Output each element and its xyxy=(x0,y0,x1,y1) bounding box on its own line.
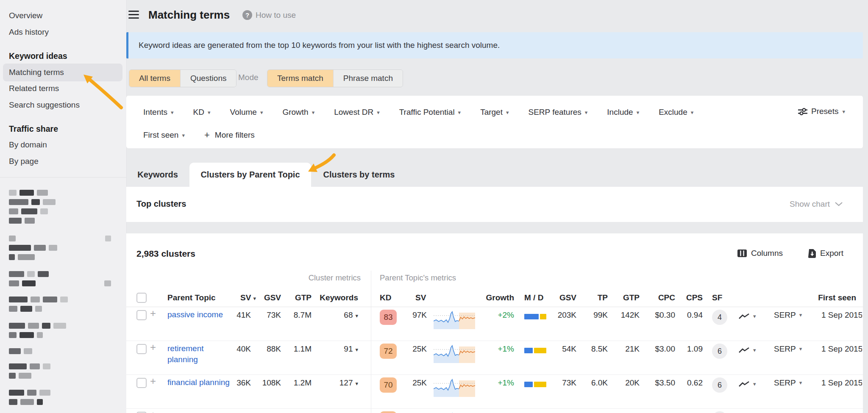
tab-clusters-by-parent-topic[interactable]: Clusters by Parent Topic xyxy=(189,163,311,187)
phrase-match-toggle[interactable]: Phrase match xyxy=(334,70,403,87)
filter-serp-features[interactable]: SERP features▾ xyxy=(528,108,587,117)
keywords-count-dropdown[interactable]: 68▾ xyxy=(312,310,358,321)
plus-icon: + xyxy=(204,130,210,141)
serp-label: SERP xyxy=(774,310,796,320)
how-to-use-link[interactable]: ? How to use xyxy=(242,10,296,20)
question-mark-icon: ? xyxy=(242,10,252,20)
top-clusters-title: Top clusters xyxy=(136,199,186,209)
chevron-down-icon xyxy=(835,202,843,206)
chevron-down-icon: ▾ xyxy=(799,310,802,320)
position-history-dropdown[interactable]: ▾ xyxy=(739,311,756,322)
col-header-sf[interactable]: SF xyxy=(712,293,722,302)
parent-gsv-value: 73K xyxy=(542,378,576,388)
more-filters-button[interactable]: + More filters xyxy=(204,130,255,141)
parent-topic-link[interactable]: retirement planning xyxy=(167,344,204,364)
col-header-gtp2[interactable]: GTP xyxy=(606,293,640,302)
first-seen-value: 1 Sep 2015 xyxy=(821,310,862,320)
position-history-dropdown[interactable]: ▾ xyxy=(739,379,756,389)
questions-toggle[interactable]: Questions xyxy=(181,70,236,87)
filter-target[interactable]: Target▾ xyxy=(480,108,509,117)
sidebar-item-related-terms[interactable]: Related terms xyxy=(9,84,59,93)
row-checkbox[interactable] xyxy=(136,378,147,388)
filter-intents[interactable]: Intents▾ xyxy=(143,108,174,117)
serp-features-count-badge: 6 xyxy=(712,344,727,359)
row-checkbox[interactable] xyxy=(136,344,147,354)
expand-plus-icon[interactable]: + xyxy=(150,308,156,319)
col-header-tp[interactable]: TP xyxy=(574,293,608,302)
mobile-share-bar xyxy=(524,348,533,353)
cluster-gsv-value: 73K xyxy=(247,310,281,320)
keywords-count-dropdown[interactable]: 127▾ xyxy=(312,378,358,389)
col-header-growth[interactable]: Growth xyxy=(480,293,514,302)
filter-traffic-potential[interactable]: Traffic Potential▾ xyxy=(399,108,461,117)
filter-first-seen-label: First seen xyxy=(143,130,178,140)
hamburger-menu-icon[interactable] xyxy=(128,11,139,19)
select-all-checkbox[interactable] xyxy=(136,293,147,303)
expand-plus-icon[interactable]: + xyxy=(150,376,156,386)
table-row: + financial planning 36K 108K 1.2M 127▾ … xyxy=(126,375,863,409)
tab-clusters-by-terms[interactable]: Clusters by terms xyxy=(322,163,396,187)
chevron-down-icon: ▾ xyxy=(171,109,174,116)
serp-dropdown[interactable]: SERP ▾ xyxy=(774,378,802,388)
filter-exclude[interactable]: Exclude▾ xyxy=(659,108,693,117)
first-seen-value: 1 Sep 2015 xyxy=(821,344,862,354)
cluster-gsv-value: 88K xyxy=(247,344,281,354)
filter-include[interactable]: Include▾ xyxy=(607,108,639,117)
sidebar-item-overview[interactable]: Overview xyxy=(9,11,42,20)
col-header-md[interactable]: M / D xyxy=(524,293,543,302)
parent-topic-link[interactable]: passive income xyxy=(167,310,223,319)
filters-row-2: First seen ▾ + More filters xyxy=(143,130,255,141)
serp-dropdown[interactable]: SERP ▾ xyxy=(774,310,802,320)
show-chart-label: Show chart xyxy=(790,200,830,209)
parent-gsv-value: 54K xyxy=(542,344,576,354)
row-checkbox[interactable] xyxy=(136,310,147,320)
growth-value: +2% xyxy=(480,310,514,320)
chevron-down-icon: ▾ xyxy=(355,313,358,319)
col-header-sv2[interactable]: SV xyxy=(415,293,426,302)
parent-gtp-value: 142K xyxy=(606,310,640,320)
col-header-parent-topic[interactable]: Parent Topic xyxy=(167,293,216,302)
serp-label: SERP xyxy=(774,378,796,388)
col-header-first-seen[interactable]: First seen xyxy=(816,293,856,302)
chevron-down-icon: ▾ xyxy=(506,109,509,116)
serp-dropdown[interactable]: SERP ▾ xyxy=(774,344,802,354)
sidebar-item-by-page[interactable]: By page xyxy=(9,157,39,166)
col-header-gsv2[interactable]: GSV xyxy=(542,293,576,302)
growth-value: +1% xyxy=(480,344,514,354)
filter-lowest-dr[interactable]: Lowest DR▾ xyxy=(334,108,379,117)
filter-growth[interactable]: Growth▾ xyxy=(282,108,314,117)
sidebar-item-matching-terms[interactable]: Matching terms xyxy=(9,68,64,77)
chevron-down-icon: ▾ xyxy=(208,109,211,116)
expand-plus-icon[interactable]: + xyxy=(150,410,156,413)
chevron-down-icon: ▾ xyxy=(585,109,588,116)
expand-plus-icon[interactable]: + xyxy=(150,342,156,352)
presets-button[interactable]: Presets ▾ xyxy=(798,107,845,116)
keywords-count-dropdown[interactable]: 91▾ xyxy=(312,344,358,355)
col-header-kd[interactable]: KD xyxy=(380,293,391,302)
sidebar: Overview Ads history Keyword ideas Match… xyxy=(0,0,127,413)
col-header-gtp[interactable]: GTP xyxy=(278,293,312,302)
sliders-icon xyxy=(798,108,807,115)
sidebar-section-traffic-share: Traffic share xyxy=(9,124,58,134)
tab-keywords[interactable]: Keywords xyxy=(137,163,178,187)
sidebar-item-by-domain[interactable]: By domain xyxy=(9,140,47,150)
sidebar-item-search-suggestions[interactable]: Search suggestions xyxy=(9,100,80,110)
col-header-gsv[interactable]: GSV xyxy=(247,293,281,302)
sidebar-item-ads-history[interactable]: Ads history xyxy=(9,28,49,37)
filter-first-seen[interactable]: First seen ▾ xyxy=(143,130,185,140)
cluster-gtp-value: 1.2M xyxy=(278,378,312,388)
filter-volume[interactable]: Volume▾ xyxy=(230,108,263,117)
parent-sv-value: 25K xyxy=(393,344,427,354)
col-header-keywords[interactable]: Keywords xyxy=(312,293,358,302)
all-terms-toggle[interactable]: All terms xyxy=(129,70,181,87)
tp-value: 8.5K xyxy=(574,344,608,354)
terms-toggle-group: All terms Questions xyxy=(129,69,236,87)
col-header-cps[interactable]: CPS xyxy=(669,293,703,302)
chevron-down-icon: ▾ xyxy=(458,109,461,116)
serp-features-count-badge: 4 xyxy=(712,310,727,325)
table-body: + passive income 41K 73K 8.7M 68▾ 83 97K… xyxy=(126,307,863,413)
position-history-dropdown[interactable]: ▾ xyxy=(739,345,756,355)
show-chart-button[interactable]: Show chart xyxy=(790,200,843,209)
filter-kd[interactable]: KD▾ xyxy=(193,108,211,117)
terms-match-toggle[interactable]: Terms match xyxy=(267,70,334,87)
